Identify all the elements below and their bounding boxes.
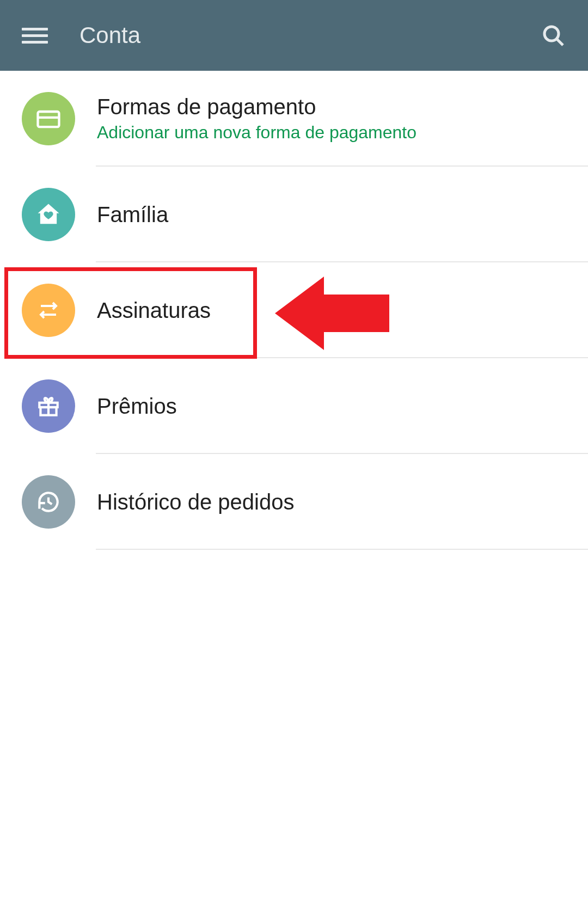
svg-rect-2 bbox=[38, 112, 59, 127]
app-header: Conta bbox=[0, 0, 588, 71]
account-menu-list: Formas de pagamento Adicionar uma nova f… bbox=[0, 71, 588, 550]
list-item-label: Família bbox=[97, 203, 566, 227]
list-item-label: Prêmios bbox=[97, 394, 566, 419]
svg-point-0 bbox=[544, 27, 559, 41]
svg-line-1 bbox=[557, 39, 563, 45]
list-item-subscriptions[interactable]: Assinaturas bbox=[0, 262, 588, 358]
hamburger-menu-icon[interactable] bbox=[22, 22, 48, 48]
list-item-family[interactable]: Família bbox=[0, 167, 588, 262]
list-item-label: Assinaturas bbox=[97, 298, 566, 323]
list-item-payment-methods[interactable]: Formas de pagamento Adicionar uma nova f… bbox=[0, 71, 588, 167]
gift-icon bbox=[22, 379, 75, 433]
page-title: Conta bbox=[79, 22, 540, 48]
search-icon[interactable] bbox=[540, 22, 566, 48]
list-item-rewards[interactable]: Prêmios bbox=[0, 358, 588, 454]
subscriptions-loop-icon bbox=[22, 284, 75, 337]
list-item-sublabel: Adicionar uma nova forma de pagamento bbox=[97, 122, 566, 143]
history-icon bbox=[22, 475, 75, 529]
list-item-label: Histórico de pedidos bbox=[97, 490, 566, 514]
list-item-label: Formas de pagamento bbox=[97, 95, 566, 119]
family-home-icon bbox=[22, 188, 75, 241]
divider bbox=[96, 549, 588, 550]
payment-card-icon bbox=[22, 92, 75, 145]
list-item-order-history[interactable]: Histórico de pedidos bbox=[0, 454, 588, 550]
